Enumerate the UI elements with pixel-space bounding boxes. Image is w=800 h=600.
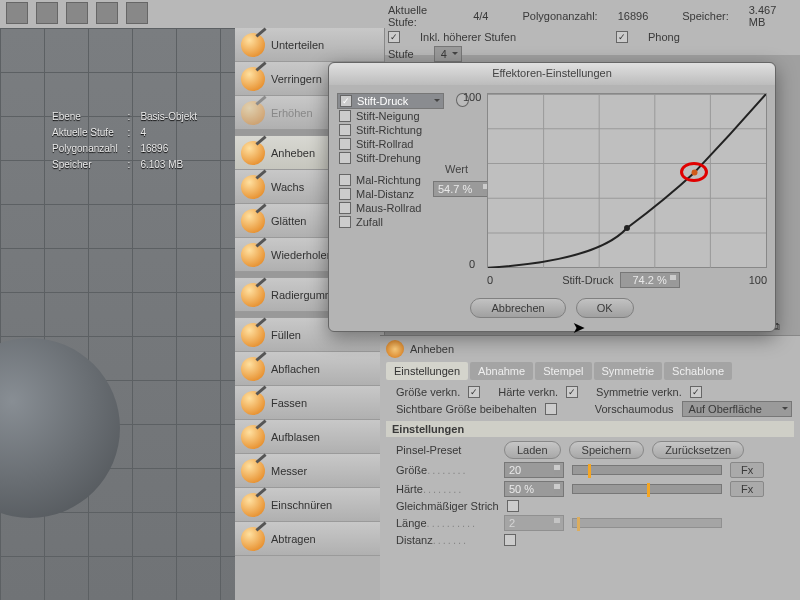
tool-unterteilen[interactable]: Unterteilen: [235, 28, 384, 62]
tool-label: Wiederholen: [271, 249, 333, 261]
even-stroke-checkbox[interactable]: [507, 500, 519, 512]
ok-button[interactable]: OK: [576, 298, 634, 318]
load-button[interactable]: Laden: [504, 441, 561, 459]
tool-abflachen[interactable]: Abflachen: [235, 352, 384, 386]
viewport-3d[interactable]: Ebene:Basis-Objekt Aktuelle Stufe:4 Poly…: [0, 28, 235, 600]
hard-link-checkbox[interactable]: [566, 386, 578, 398]
effector-stift-richtung[interactable]: Stift-Richtung: [337, 123, 444, 137]
size-slider[interactable]: [572, 465, 722, 475]
x-axis-left: 0: [487, 274, 493, 286]
effector-checkbox[interactable]: [339, 110, 351, 122]
hardness-slider[interactable]: [572, 484, 722, 494]
toolbar-icon[interactable]: [6, 2, 28, 24]
effector-mal-distanz[interactable]: Mal-Distanz: [337, 187, 444, 201]
toolbar-icon[interactable]: [126, 2, 148, 24]
reset-button[interactable]: Zurücksetzen: [652, 441, 744, 459]
effector-checkbox[interactable]: [339, 138, 351, 150]
x-value-field[interactable]: 74.2 %: [620, 272, 680, 288]
tool-label: Abflachen: [271, 363, 320, 375]
tool-abtragen[interactable]: Abtragen: [235, 522, 384, 556]
section-header: Einstellungen: [386, 421, 794, 437]
toolbar-icon[interactable]: [36, 2, 58, 24]
status-level-value: 4/4: [473, 10, 488, 22]
tab-stempel[interactable]: Stempel: [535, 362, 591, 380]
effector-stift-druck[interactable]: Stift-Druck: [337, 93, 444, 109]
phong-label: Phong: [648, 31, 680, 43]
tool-aufblasen[interactable]: Aufblasen: [235, 420, 384, 454]
tool-icon: [241, 391, 265, 415]
effector-mal-richtung[interactable]: Mal-Richtung: [337, 173, 444, 187]
keep-visible-label: Sichtbare Größe beibehalten: [396, 403, 537, 415]
effector-label: Zufall: [356, 216, 383, 228]
viewport-hud: Ebene:Basis-Objekt Aktuelle Stufe:4 Poly…: [50, 108, 207, 174]
toolbar-icon[interactable]: [66, 2, 88, 24]
effector-label: Maus-Rollrad: [356, 202, 421, 214]
tool-icon: [241, 209, 265, 233]
preview-mode-select[interactable]: Auf Oberfläche: [682, 401, 792, 417]
hardness-label: Härte: [396, 483, 423, 495]
x-axis-right: 100: [749, 274, 767, 286]
cancel-button[interactable]: Abbrechen: [470, 298, 565, 318]
effector-checkbox[interactable]: [339, 216, 351, 228]
length-slider[interactable]: [572, 518, 722, 528]
size-link-label: Größe verkn.: [396, 386, 460, 398]
status-bar: Aktuelle Stufe: 4/4 Polygonanzahl: 16896…: [380, 0, 800, 55]
y-axis-bottom: 0: [469, 258, 475, 270]
highlight-marker: [680, 162, 708, 182]
size-fx-button[interactable]: Fx: [730, 462, 764, 478]
tool-icon: [241, 67, 265, 91]
effector-checkbox[interactable]: [339, 174, 351, 186]
effector-zufall[interactable]: Zufall: [337, 215, 444, 229]
effector-checkbox[interactable]: [339, 124, 351, 136]
y-axis-top: 100: [463, 91, 481, 103]
keep-visible-checkbox[interactable]: [545, 403, 557, 415]
effector-label: Stift-Druck: [357, 95, 408, 107]
effector-checkbox[interactable]: [339, 202, 351, 214]
tab-abnahme[interactable]: Abnahme: [470, 362, 533, 380]
tool-icon: [241, 357, 265, 381]
tool-label: Unterteilen: [271, 39, 324, 51]
tool-label: Aufblasen: [271, 431, 320, 443]
tool-icon: [386, 340, 404, 358]
tool-label: Anheben: [271, 147, 315, 159]
effector-maus-rollrad[interactable]: Maus-Rollrad: [337, 201, 444, 215]
effector-stift-rollrad[interactable]: Stift-Rollrad: [337, 137, 444, 151]
tool-label: Glätten: [271, 215, 306, 227]
tool-fassen[interactable]: Fassen: [235, 386, 384, 420]
status-level-label: Aktuelle Stufe:: [388, 4, 453, 28]
distance-label: Distanz: [396, 534, 433, 546]
tool-icon: [241, 141, 265, 165]
stufe-select[interactable]: 4: [434, 46, 462, 62]
tool-label: Messer: [271, 465, 307, 477]
tab-symmetrie[interactable]: Symmetrie: [594, 362, 663, 380]
tool-einschnüren[interactable]: Einschnüren: [235, 488, 384, 522]
effector-stift-drehung[interactable]: Stift-Drehung: [337, 151, 444, 165]
tool-messer[interactable]: Messer: [235, 454, 384, 488]
svg-point-8: [624, 225, 630, 231]
effector-checkbox[interactable]: [340, 95, 352, 107]
include-higher-checkbox[interactable]: [388, 31, 400, 43]
hardness-field[interactable]: 50 %: [504, 481, 564, 497]
effector-checkbox[interactable]: [339, 152, 351, 164]
tab-schablone[interactable]: Schablone: [664, 362, 732, 380]
toolbar-icon[interactable]: [96, 2, 118, 24]
size-link-checkbox[interactable]: [468, 386, 480, 398]
length-field[interactable]: 2: [504, 515, 564, 531]
tool-label: Füllen: [271, 329, 301, 341]
size-field[interactable]: 20: [504, 462, 564, 478]
status-poly-value: 16896: [618, 10, 649, 22]
effector-graph[interactable]: /*grid drawn below*/: [487, 93, 767, 268]
y-axis-label: Wert: [445, 163, 468, 175]
sym-link-label: Symmetrie verkn.: [596, 386, 682, 398]
tab-einstellungen[interactable]: Einstellungen: [386, 362, 468, 380]
wert-field[interactable]: 54.7 %: [433, 181, 493, 197]
distance-checkbox[interactable]: [504, 534, 516, 546]
effector-checkbox[interactable]: [339, 188, 351, 200]
phong-checkbox[interactable]: [616, 31, 628, 43]
hardness-fx-button[interactable]: Fx: [730, 481, 764, 497]
effector-stift-neigung[interactable]: Stift-Neigung: [337, 109, 444, 123]
dialog-title: Effektoren-Einstellungen: [329, 63, 775, 85]
save-button[interactable]: Speichern: [569, 441, 645, 459]
tool-label: Fassen: [271, 397, 307, 409]
sym-link-checkbox[interactable]: [690, 386, 702, 398]
